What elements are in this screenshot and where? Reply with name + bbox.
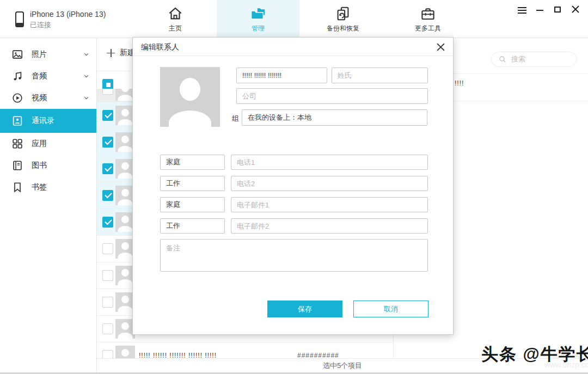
tab-manage-label: 管理 — [252, 24, 265, 33]
chevron-down-icon[interactable] — [83, 73, 89, 79]
contact-phone: ########## — [297, 352, 339, 358]
search-input[interactable]: 搜索 — [491, 52, 577, 67]
group-label: 组 — [232, 114, 239, 124]
dialog-title: 编辑联系人 — [141, 42, 179, 52]
title-bar: iPhone 13 (iPhone 13) 已连接 主页 管理 — [0, 0, 588, 38]
app-window: iPhone 13 (iPhone 13) 已连接 主页 管理 — [0, 0, 588, 374]
email2-type-field[interactable] — [160, 218, 225, 234]
window-controls — [518, 5, 580, 13]
company-field[interactable] — [236, 88, 428, 104]
tab-home[interactable]: 主页 — [134, 0, 217, 38]
contact-avatar — [115, 346, 135, 358]
group-field[interactable] — [242, 109, 427, 126]
maximize-icon[interactable] — [554, 5, 562, 13]
sidebar-item-label: 视频 — [32, 93, 47, 103]
row-checkbox[interactable] — [102, 190, 113, 201]
manage-folders-icon — [249, 5, 267, 22]
notes-field[interactable] — [160, 239, 428, 272]
row-checkbox[interactable] — [102, 323, 113, 334]
sidebar-item-contacts[interactable]: 通讯录 — [0, 109, 96, 133]
row-checkbox[interactable] — [102, 350, 113, 358]
close-icon[interactable] — [572, 5, 580, 13]
contact-row[interactable]: !!!!! !!!!!! !!!!!!! !!!!!! !!!!!#######… — [97, 342, 393, 358]
chevron-down-icon[interactable] — [83, 52, 89, 58]
sidebar-item-books[interactable]: 图书 — [0, 155, 96, 176]
device-status: 已连接 — [30, 20, 106, 30]
phone2-field[interactable] — [231, 176, 428, 191]
watermark: 头条 @牛学长 — [481, 343, 588, 366]
video-icon — [11, 92, 23, 104]
sidebar-item-label: 通讯录 — [32, 116, 54, 126]
bookmarks-icon — [11, 181, 23, 193]
tab-home-label: 主页 — [169, 24, 182, 33]
backup-restore-icon — [335, 5, 351, 22]
minimize-icon[interactable] — [536, 5, 544, 13]
divider — [133, 56, 453, 56]
contact-photo-placeholder[interactable] — [160, 67, 220, 127]
email1-type-field[interactable] — [160, 197, 225, 212]
email1-field[interactable] — [231, 197, 428, 212]
phone-icon — [14, 11, 25, 29]
sidebar-item-label: 图书 — [32, 161, 47, 170]
row-checkbox[interactable] — [102, 137, 113, 148]
audio-icon — [11, 70, 23, 82]
sidebar-item-label: 应用 — [32, 139, 47, 149]
plus-icon — [107, 49, 115, 57]
sidebar-item-label: 书签 — [32, 182, 47, 192]
photos-icon — [11, 48, 23, 60]
phone1-type-field[interactable] — [160, 155, 225, 170]
home-icon — [167, 5, 183, 22]
contact-name: !!!!! !!!!!! !!!!!!! !!!!!! !!!!! — [139, 352, 217, 358]
selection-count: 选中5个项目 — [323, 361, 362, 371]
tab-more-tools[interactable]: 更多工具 — [387, 0, 469, 38]
toolbox-icon — [420, 5, 436, 22]
last-name-field[interactable] — [332, 68, 428, 83]
sidebar-item-photos[interactable]: 照片 — [0, 44, 96, 65]
save-button[interactable]: 保存 — [267, 301, 342, 317]
contacts-icon — [11, 115, 23, 127]
sidebar-item-apps[interactable]: 应用 — [0, 133, 96, 155]
row-checkbox[interactable] — [102, 217, 113, 228]
select-all-checkbox[interactable] — [102, 79, 113, 90]
search-icon — [498, 55, 507, 64]
apps-icon — [11, 138, 23, 150]
tab-more-tools-label: 更多工具 — [415, 24, 441, 33]
sidebar-item-audio[interactable]: 音频 — [0, 65, 96, 87]
sidebar: 照片 音频 视频 — [0, 38, 97, 372]
phone1-field[interactable] — [231, 155, 428, 170]
row-checkbox[interactable] — [102, 163, 113, 174]
row-checkbox[interactable] — [102, 243, 113, 254]
email2-field[interactable] — [231, 218, 428, 234]
books-icon — [11, 160, 23, 171]
sidebar-item-video[interactable]: 视频 — [0, 87, 96, 109]
first-name-field[interactable] — [236, 68, 327, 83]
sidebar-item-bookmarks[interactable]: 书签 — [0, 176, 96, 198]
detail-contact-name: !!!! — [455, 79, 464, 87]
sidebar-item-label: 照片 — [32, 50, 47, 59]
new-contact-button[interactable]: 新建 — [107, 48, 135, 58]
cancel-button[interactable]: 取消 — [353, 301, 428, 317]
row-checkbox[interactable] — [102, 297, 113, 308]
row-checkbox[interactable] — [102, 89, 113, 95]
tab-backup-restore[interactable]: 备份和恢复 — [302, 0, 384, 38]
tab-backup-restore-label: 备份和恢复 — [327, 24, 359, 33]
device-name: iPhone 13 (iPhone 13) — [30, 10, 106, 19]
edit-contact-dialog: 编辑联系人 组 保存 取消 — [132, 37, 454, 335]
search-placeholder: 搜索 — [511, 54, 525, 64]
device-info: iPhone 13 (iPhone 13) 已连接 — [14, 10, 106, 30]
menu-icon[interactable] — [518, 5, 526, 13]
phone2-type-field[interactable] — [160, 176, 225, 191]
row-checkbox[interactable] — [102, 110, 113, 121]
sidebar-item-label: 音频 — [32, 71, 47, 81]
dialog-close-icon[interactable] — [434, 41, 446, 53]
row-checkbox[interactable] — [102, 270, 113, 281]
chevron-down-icon[interactable] — [83, 95, 89, 101]
tab-manage[interactable]: 管理 — [217, 0, 299, 38]
